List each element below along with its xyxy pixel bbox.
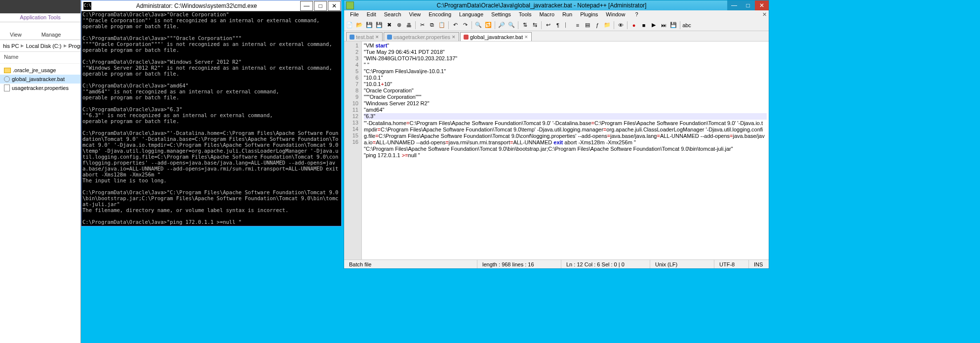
menu-plugins[interactable]: Plugins [576, 10, 602, 19]
breadcrumb[interactable]: his PC▶ Local Disk (C:)▶ ProgramD [0, 40, 80, 52]
code-line[interactable]: "10.0.1+10" [364, 81, 767, 87]
folder-icon[interactable]: 📁 [603, 21, 612, 30]
toolbar: 📄📂💾💾✖⊗🖶✂⧉📋↶↷🔍🔁🔎🔍⇅⇆↩¶⎸≡▤ƒ📁👁●■▶⏭💾abc [344, 19, 769, 31]
cmd-output[interactable]: C:\ProgramData\Oracle\Java>"Oracle Corpo… [81, 11, 341, 226]
column-header-name[interactable]: Name [0, 52, 80, 64]
close-button[interactable]: ✕ [755, 0, 769, 10]
code-segment: ALL-UNNAMED --add-opens [660, 133, 730, 139]
save-icon[interactable]: 💾 [365, 21, 374, 30]
line-number: 2 [344, 49, 358, 55]
npp-title: C:\ProgramData\Oracle\Java\global_javatr… [356, 2, 727, 9]
save-all-icon[interactable]: 💾 [375, 21, 384, 30]
menu-view[interactable]: View [405, 10, 425, 19]
file-item[interactable]: usagetracker.properties [0, 84, 80, 92]
tab-close-icon[interactable]: ✕ [524, 35, 528, 40]
crumb-drive[interactable]: Local Disk (C:) [26, 43, 61, 49]
ribbon-tab-view[interactable]: View [10, 32, 22, 38]
code-segment: ALL-UNNAMED [513, 139, 553, 145]
code-segment: "'-Dcatalina.home [364, 120, 406, 126]
indent-guide-icon[interactable]: ⎸ [563, 21, 572, 30]
all-chars-icon[interactable]: ¶ [553, 21, 562, 30]
open-icon[interactable]: 📂 [355, 21, 364, 30]
code-line[interactable]: "C:\Program Files\Apache Software Founda… [364, 146, 767, 152]
maximize-button[interactable]: □ [314, 1, 327, 11]
doc-map-icon[interactable]: ▤ [583, 21, 592, 30]
close-all-icon[interactable]: ⊗ [394, 21, 403, 30]
file-item[interactable]: global_javatracker.bat [0, 75, 80, 84]
code-line[interactable]: "WIN-2848GLOTO7H/10.203.202.137" [364, 55, 767, 62]
code-line[interactable]: """Oracle Corporation""" [364, 94, 767, 100]
close-icon[interactable]: ✖ [385, 21, 393, 30]
code-line[interactable]: "Windows Server 2012 R2" [364, 100, 767, 107]
tab-close-icon[interactable]: ✕ [452, 35, 456, 40]
menu-window[interactable]: Window [602, 10, 629, 19]
zoom-out-icon[interactable]: 🔍 [507, 21, 516, 30]
tab-test-bat[interactable]: test.bat✕ [346, 32, 383, 41]
menu-tools[interactable]: Tools [515, 10, 536, 19]
func-list-icon[interactable]: ƒ [593, 21, 602, 30]
wordwrap-icon[interactable]: ↩ [544, 21, 552, 30]
toolbar-separator [680, 21, 680, 29]
menu-?[interactable]: ? [631, 10, 642, 19]
stop-icon[interactable]: ■ [639, 21, 648, 30]
code-line[interactable]: "Tue May 29 06:45:41 PDT 2018" [364, 49, 767, 55]
tab-close-icon[interactable]: ✕ [375, 35, 379, 40]
code-line[interactable]: "6.3" [364, 113, 767, 120]
code-line[interactable]: "ping 172.0.1.1 >=null " [364, 152, 767, 159]
zoom-in-icon[interactable]: 🔎 [497, 21, 506, 30]
code-line[interactable]: "Oracle Corporation" [364, 87, 767, 94]
copy-icon[interactable]: ⧉ [428, 21, 436, 30]
code-segment: "10.0.1" [364, 75, 383, 81]
menu-edit[interactable]: Edit [363, 10, 380, 19]
menu-search[interactable]: Search [380, 10, 405, 19]
crumb-folder[interactable]: ProgramD [69, 43, 80, 49]
play-multi-icon[interactable]: ⏭ [659, 21, 668, 30]
chevron-right-icon: ▶ [64, 43, 67, 48]
tab-usagetracker-properties[interactable]: usagetracker.properties✕ [384, 32, 459, 41]
new-file-icon[interactable]: 📄 [345, 21, 354, 30]
save-macro-icon[interactable]: 💾 [669, 21, 678, 30]
minimize-button[interactable]: — [727, 0, 741, 10]
crumb-pc[interactable]: his PC [3, 43, 19, 49]
undo-icon[interactable]: ↶ [451, 21, 460, 30]
file-item[interactable]: .oracle_jre_usage [0, 66, 80, 75]
line-number: 15 [344, 132, 358, 139]
menu-language[interactable]: Language [455, 10, 487, 19]
menu-file[interactable]: File [346, 10, 363, 19]
code-line[interactable]: "amd64" [364, 107, 767, 113]
code-line[interactable]: "VM start" [364, 43, 767, 49]
ribbon-context-tab[interactable]: Application Tools [0, 13, 80, 22]
code-segment: >= [402, 152, 408, 158]
minimize-button[interactable]: — [300, 1, 313, 11]
menu-macro[interactable]: Macro [535, 10, 558, 19]
code-line[interactable]: " " [364, 62, 767, 68]
redo-icon[interactable]: ↷ [461, 21, 470, 30]
menu-encoding[interactable]: Encoding [425, 10, 455, 19]
npp-titlebar[interactable]: C:\ProgramData\Oracle\Java\global_javatr… [344, 0, 769, 10]
tab-global_javatracker-bat[interactable]: global_javatracker.bat✕ [460, 32, 532, 41]
replace-icon[interactable]: 🔁 [484, 21, 493, 30]
cut-icon[interactable]: ✂ [418, 21, 427, 30]
sync-h-icon[interactable]: ⇆ [530, 21, 539, 30]
maximize-button[interactable]: □ [741, 0, 755, 10]
menu-close-icon[interactable]: ✕ [762, 11, 767, 18]
menu-settings[interactable]: Settings [487, 10, 515, 19]
code-editor[interactable]: "VM start""Tue May 29 06:45:41 PDT 2018"… [362, 42, 769, 259]
record-icon[interactable]: ● [629, 21, 638, 30]
line-number: 1 [344, 43, 358, 49]
menu-run[interactable]: Run [558, 10, 576, 19]
ribbon-tab-manage[interactable]: Manage [41, 32, 61, 38]
sync-v-icon[interactable]: ⇅ [520, 21, 529, 30]
code-line[interactable]: "C:\Program Files\Java\jre-10.0.1" [364, 68, 767, 75]
play-icon[interactable]: ▶ [649, 21, 658, 30]
find-icon[interactable]: 🔍 [474, 21, 483, 30]
print-icon[interactable]: 🖶 [404, 21, 413, 30]
code-line[interactable]: "'-Dcatalina.home=C:\Program Files\Apach… [364, 120, 767, 146]
monitor-icon[interactable]: 👁 [616, 21, 625, 30]
paste-icon[interactable]: 📋 [437, 21, 446, 30]
close-button[interactable]: ✕ [328, 1, 341, 11]
lang-icon[interactable]: ≡ [573, 21, 582, 30]
spellcheck-icon[interactable]: abc [682, 21, 691, 30]
code-line[interactable]: "10.0.1" [364, 75, 767, 81]
cmd-titlebar[interactable]: C:\ Administrator: C:\Windows\system32\c… [81, 0, 341, 11]
